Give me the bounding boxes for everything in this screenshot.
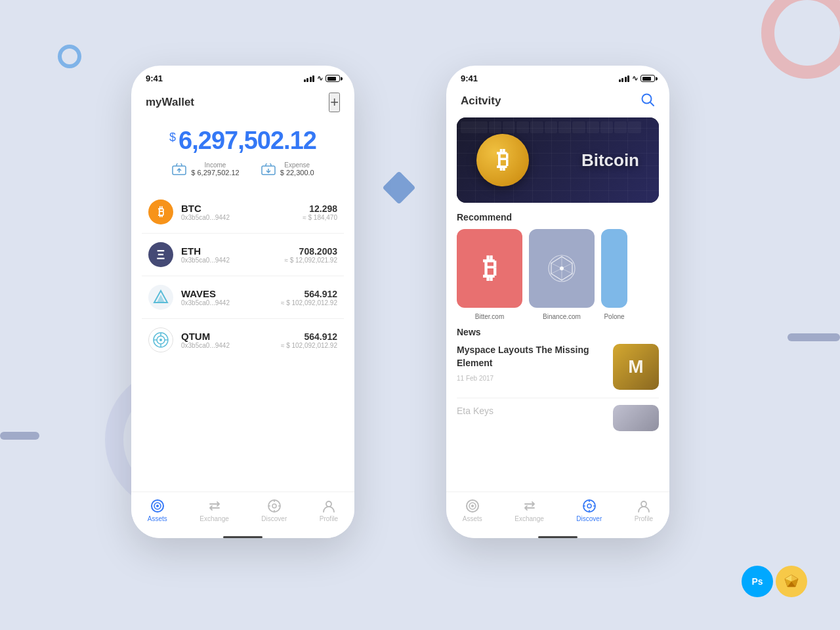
btc-values: 12.298 ≈ $ 184,470 — [303, 203, 337, 221]
svg-point-37 — [641, 501, 646, 507]
rec-card-polo[interactable]: Polone — [601, 229, 627, 320]
expense-label: Expense — [280, 161, 314, 169]
eth-amount: 708.2003 — [284, 246, 337, 257]
news-image-2 — [613, 405, 659, 431]
nav-item-assets-left[interactable]: Assets — [148, 499, 167, 522]
waves-info: WAVES 0x3b5ca0...9442 — [181, 288, 273, 306]
nav-item-profile-left[interactable]: Profile — [320, 499, 338, 522]
eth-icon: Ξ — [148, 242, 173, 267]
waves-symbol: WAVES — [181, 288, 273, 299]
bitter-card: ₿ — [457, 229, 522, 308]
activity-banner: ₿ Bitcoin — [457, 117, 659, 203]
eth-usd: ≈ $ 12,092,021.92 — [284, 257, 337, 264]
coin-item-waves[interactable]: WAVES 0x3b5ca0...9442 564.912 ≈ $ 102,09… — [142, 276, 344, 319]
qtum-symbol: QTUM — [181, 331, 273, 342]
expense-value: $ 22,300.0 — [280, 169, 314, 177]
tool-icons: Ps — [742, 566, 807, 597]
news-title: News — [457, 327, 659, 337]
news-image-1: M — [613, 344, 659, 390]
nav-item-profile-right[interactable]: Profile — [635, 499, 653, 522]
coin-item-eth[interactable]: Ξ ETH 0x3b5ca0...9442 708.2003 ≈ $ 12,09… — [142, 234, 344, 276]
nav-label-discover-right: Discover — [576, 515, 602, 522]
recommend-section: Recommend ₿ Bitter.com — [446, 212, 669, 327]
signal-bars-left — [304, 75, 315, 82]
qtum-icon — [148, 327, 173, 352]
rec-card-bitter[interactable]: ₿ Bitter.com — [457, 229, 522, 320]
qtum-info: QTUM 0x3b5ca0...9442 — [181, 331, 273, 349]
eth-values: 708.2003 ≈ $ 12,092,021.92 — [284, 246, 337, 264]
svg-point-32 — [587, 504, 591, 508]
polone-label: Polone — [604, 313, 624, 320]
nav-label-profile-right: Profile — [635, 515, 653, 522]
news-headline-2: Eta Keys — [457, 405, 605, 418]
nav-item-exchange-left[interactable]: Exchange — [200, 499, 228, 522]
status-bar-left: 9:41 ∿ — [131, 66, 354, 87]
wifi-icon-right: ∿ — [632, 74, 638, 83]
news-content-1: Myspace Layouts The Missing Element 11 F… — [457, 344, 605, 382]
nav-label-exchange-left: Exchange — [200, 515, 228, 522]
bg-decoration-circle-pink — [761, 0, 840, 79]
bottom-nav-left: Assets Exchange Discover Prof — [131, 492, 354, 538]
svg-point-15 — [272, 504, 276, 508]
btc-icon: ₿ — [148, 200, 173, 224]
expense-icon — [261, 163, 276, 176]
left-header: myWallet + — [131, 87, 354, 120]
svg-point-20 — [326, 501, 331, 507]
bitter-label: Bitter.com — [475, 313, 504, 320]
btc-amount: 12.298 — [303, 203, 337, 214]
sketch-icon — [776, 566, 807, 597]
income-expense-row: Income $ 6,297,502.12 Expense $ 22,300.0 — [146, 161, 340, 177]
qtum-values: 564.912 ≈ $ 102,092,012.92 — [281, 331, 337, 349]
nav-label-exchange-right: Exchange — [514, 515, 543, 522]
nav-label-discover-left: Discover — [261, 515, 287, 522]
signal-bars-right — [619, 75, 630, 82]
income-icon — [171, 163, 187, 176]
status-time-right: 9:41 — [461, 74, 478, 83]
eth-address: 0x3b5ca0...9442 — [181, 257, 276, 264]
news-headline-1: Myspace Layouts The Missing Element — [457, 344, 605, 369]
eth-info: ETH 0x3b5ca0...9442 — [181, 245, 276, 264]
nav-label-assets-right: Assets — [463, 515, 482, 522]
income-value: $ 6,297,502.12 — [191, 169, 239, 177]
nav-underline-right — [538, 536, 578, 538]
bitcoin-coin: ₿ — [476, 134, 529, 186]
add-wallet-button[interactable]: + — [329, 93, 340, 112]
btc-symbol: BTC — [181, 203, 295, 214]
qtum-amount: 564.912 — [281, 331, 337, 342]
rec-card-binance[interactable]: Binance.com — [529, 229, 595, 320]
photoshop-icon: Ps — [742, 566, 773, 597]
income-label: Income — [191, 161, 239, 169]
coin-item-btc[interactable]: ₿ BTC 0x3b5ca0...9442 12.298 ≈ $ 184,470 — [142, 191, 344, 234]
nav-label-profile-left: Profile — [320, 515, 338, 522]
bg-decoration-circle-blue — [58, 45, 81, 68]
bg-decoration-bar-left — [0, 432, 39, 440]
search-button[interactable] — [640, 93, 655, 110]
news-item-1[interactable]: Myspace Layouts The Missing Element 11 F… — [457, 344, 659, 398]
btc-address: 0x3b5ca0...9442 — [181, 214, 295, 221]
nav-item-discover-right[interactable]: Discover — [576, 499, 602, 522]
nav-item-exchange-right[interactable]: Exchange — [514, 499, 543, 522]
news-item-2[interactable]: Eta Keys — [457, 398, 659, 431]
wifi-icon-left: ∿ — [317, 74, 323, 83]
news-date-1: 11 Feb 2017 — [457, 375, 605, 382]
activity-title: Acitvity — [461, 94, 501, 108]
status-time-left: 9:41 — [146, 74, 163, 83]
balance-row: $ 6,297,502.12 — [146, 127, 340, 155]
expense-text: Expense $ 22,300.0 — [280, 161, 314, 177]
balance-amount: 6,297,502.12 — [178, 127, 316, 155]
nav-item-assets-right[interactable]: Assets — [463, 499, 482, 522]
battery-right — [640, 75, 655, 82]
coin-item-qtum[interactable]: QTUM 0x3b5ca0...9442 564.912 ≈ $ 102,092… — [142, 319, 344, 361]
eth-symbol: ETH — [181, 245, 276, 257]
binance-card — [529, 229, 595, 308]
polone-card — [601, 229, 627, 308]
app-title: myWallet — [146, 96, 194, 109]
battery-left — [326, 75, 340, 82]
status-bar-right: 9:41 ∿ — [446, 66, 669, 87]
waves-icon — [148, 285, 173, 310]
coin-list: ₿ BTC 0x3b5ca0...9442 12.298 ≈ $ 184,470… — [131, 188, 354, 364]
nav-item-discover-left[interactable]: Discover — [261, 499, 287, 522]
status-icons-left: ∿ — [304, 74, 341, 83]
currency-symbol: $ — [169, 131, 176, 144]
nav-label-assets-left: Assets — [148, 515, 167, 522]
